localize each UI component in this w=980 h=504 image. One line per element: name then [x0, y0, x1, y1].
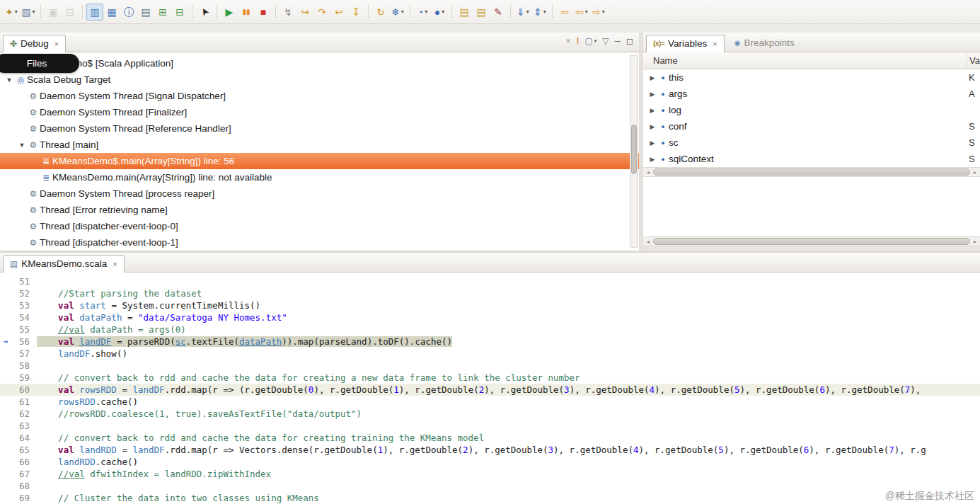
column-header-name[interactable]: Name	[643, 55, 678, 66]
line-number[interactable]: 57	[11, 348, 30, 360]
code-line[interactable]: 52 //Start parsing the dataset	[0, 287, 980, 299]
maximize-icon[interactable]: ◻	[626, 36, 633, 46]
code-line[interactable]: 65 val landRDD = landDF.rdd.map(r => Vec…	[0, 444, 980, 456]
pointer-icon[interactable]: ➤	[196, 4, 213, 21]
expander-icon[interactable]: ▶	[647, 156, 657, 163]
expander-icon[interactable]: ▶	[647, 91, 657, 98]
line-number[interactable]: 56	[11, 336, 30, 348]
expander-icon[interactable]: ▶	[647, 74, 657, 81]
code-line[interactable]: 59 // convert back to rdd and cache the …	[0, 372, 980, 384]
code-line[interactable]: 63	[0, 420, 980, 432]
minimize-icon[interactable]: ─	[615, 36, 621, 46]
last-edit-icon[interactable]: ⇦	[556, 4, 573, 21]
scrollbar-thumb[interactable]	[653, 168, 970, 176]
pause-icon[interactable]: ▮▮	[238, 4, 255, 21]
view-menu-icon[interactable]: ▽	[602, 36, 609, 46]
variable-detail-pane[interactable]	[643, 177, 980, 236]
tree-row[interactable]: ⚙Daemon System Thread [Finalizer]	[0, 104, 639, 120]
expander-icon[interactable]: ▼	[4, 76, 14, 84]
resume-icon[interactable]: ▶	[221, 4, 238, 21]
save-icon[interactable]: ▣	[45, 4, 62, 21]
close-icon[interactable]: ×	[713, 40, 717, 48]
save-all-icon[interactable]: ⊡	[62, 4, 79, 21]
close-icon[interactable]: ×	[113, 260, 117, 268]
code-line[interactable]: 55 //val dataPath = args(0)	[0, 323, 980, 336]
step-into-icon[interactable]: ↪	[296, 4, 313, 21]
close-icon[interactable]: ×	[54, 40, 59, 48]
mark-occurrences-icon[interactable]: ✎	[490, 4, 507, 21]
line-number[interactable]: 55	[11, 323, 30, 336]
scroll-right-icon[interactable]: ▸	[970, 237, 980, 246]
add-console-icon[interactable]: ⊞	[154, 4, 171, 21]
tab-variables[interactable]: (x)= Variables ×	[646, 35, 725, 52]
variables-hscrollbar[interactable]: ◂ ▸	[643, 167, 980, 177]
code-line[interactable]: 60 val rowsRDD = landDF.rdd.map(r => (r.…	[0, 384, 980, 396]
new-element-icon[interactable]: ▧▾	[20, 4, 37, 21]
expander-icon[interactable]: ▼	[17, 142, 27, 149]
line-number[interactable]: 53	[11, 299, 30, 311]
terminate-icon[interactable]: ■	[255, 4, 272, 21]
tree-row[interactable]: ⚙Daemon System Thread [process reaper]	[0, 185, 639, 202]
line-number[interactable]: 59	[11, 372, 30, 384]
scroll-left-icon[interactable]: ◂	[643, 168, 653, 176]
remove-console-icon[interactable]: ⊟	[171, 4, 188, 21]
line-number[interactable]: 64	[11, 432, 30, 444]
code-line[interactable]: 54 val dataPath = "data/Saratoga NY Home…	[0, 311, 980, 323]
scrollbar-thumb[interactable]	[631, 125, 637, 174]
line-number[interactable]: 66	[11, 456, 30, 468]
line-number[interactable]: 52	[11, 287, 30, 299]
tree-row[interactable]: ⚙Daemon System Thread [Signal Dispatcher…	[0, 88, 639, 104]
tree-row[interactable]: ≣KMeansDemo.main(Array[String]) line: no…	[0, 169, 639, 185]
scrollbar-thumb[interactable]	[653, 238, 970, 245]
step-return-icon[interactable]: ↩	[330, 4, 347, 21]
code-line[interactable]: 53 val start = System.currentTimeMillis(…	[0, 299, 980, 311]
inspect-icon[interactable]: ●▾	[431, 4, 448, 21]
line-number[interactable]: 68	[11, 480, 30, 492]
step-over-icon[interactable]: ↷	[313, 4, 330, 21]
variable-row[interactable]: ▶●argsA	[643, 86, 980, 102]
console-icon[interactable]: ▥	[86, 4, 103, 21]
line-number[interactable]: 65	[11, 444, 30, 456]
line-number[interactable]: 51	[11, 275, 30, 287]
code-line[interactable]: 62 //rowsRDD.coalesce(1, true).saveAsTex…	[0, 408, 980, 420]
monitor-icon[interactable]: ▢▾	[584, 36, 596, 46]
tree-row[interactable]: ▼◎Scala Debug Target	[0, 71, 639, 88]
run-history-icon[interactable]: ◔▾	[414, 4, 431, 21]
new-wizard-icon[interactable]: ✦▾	[3, 4, 20, 21]
fetch-down-icon[interactable]: ⇓▾	[514, 4, 531, 21]
tree-row[interactable]: ⚙Thread [Error retrieving name]	[0, 202, 639, 218]
tree-row[interactable]: ≣KMeansDemo$.main(Array[String]) line: 5…	[0, 153, 639, 169]
line-number[interactable]: 54	[11, 311, 30, 323]
warning-icon[interactable]: !	[576, 36, 579, 46]
text-file-icon[interactable]: ▤	[137, 4, 154, 21]
code-line[interactable]: 68	[0, 480, 980, 492]
detail-hscrollbar[interactable]: ◂ ▸	[643, 236, 980, 246]
column-header-value[interactable]: Val	[967, 52, 980, 69]
tree-row[interactable]: ⚙Daemon System Thread [Reference Handler…	[0, 120, 639, 137]
variable-row[interactable]: ▶●confS	[643, 118, 980, 134]
data-table-icon[interactable]: ▦	[103, 4, 120, 21]
clear-terminated-icon[interactable]: ×	[565, 36, 570, 46]
tab-debug[interactable]: ✤ Debug ×	[3, 35, 66, 52]
back-icon[interactable]: ⇦▾	[573, 4, 590, 21]
drop-to-frame-icon[interactable]: ↧	[347, 4, 364, 21]
line-number[interactable]: 69	[11, 492, 30, 504]
database-icon[interactable]: ▤	[456, 4, 473, 21]
forward-icon[interactable]: ⇨▾	[590, 4, 607, 21]
info-icon[interactable]: ⓘ	[120, 4, 137, 21]
step-filters-icon[interactable]: ❄▾	[389, 4, 406, 21]
expander-icon[interactable]: ▶	[647, 139, 657, 147]
line-number[interactable]: 67	[11, 468, 30, 480]
tree-row[interactable]: ⚙Thread [dispatcher-event-loop-1]	[0, 234, 639, 251]
database-export-icon[interactable]: ▤	[473, 4, 490, 21]
line-number[interactable]: 61	[11, 396, 30, 408]
tree-row[interactable]: ▼◈KMeansDemo$ [Scala Application]	[0, 55, 639, 71]
tab-kmeansdemo-scala[interactable]: ▤ KMeansDemo.scala ×	[3, 255, 125, 273]
swap-icon[interactable]: ⇕▾	[531, 4, 548, 21]
expander-icon[interactable]: ▶	[647, 107, 657, 114]
debug-tree-scrollbar[interactable]	[630, 55, 638, 248]
variable-row[interactable]: ▶●scS	[643, 134, 980, 151]
code-line[interactable]: 67 //val dfwithIndex = landRDD.zipWithIn…	[0, 468, 980, 480]
scroll-right-icon[interactable]: ▸	[970, 168, 980, 176]
variable-row[interactable]: ▶●sqlContextS	[643, 151, 980, 167]
